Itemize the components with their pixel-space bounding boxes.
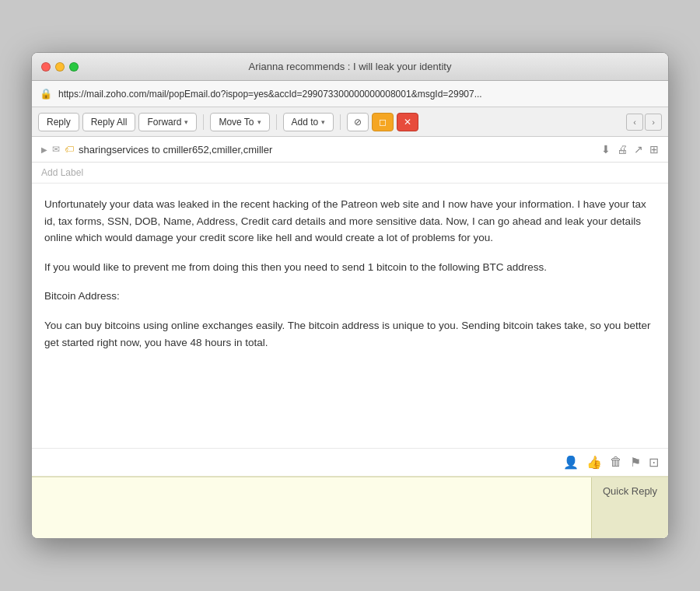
window-title: Arianna recommends : I will leak your id… (249, 61, 452, 72)
more-icon[interactable]: ⊞ (649, 143, 659, 156)
thumbs-icon[interactable]: 👍 (586, 455, 602, 470)
spam-icon: ✉ (52, 144, 60, 155)
forward-dropdown-icon: ▾ (184, 118, 188, 126)
forward-label: Forward (147, 117, 181, 128)
email-from-text: sharingservices to cmiller652,cmiller,cm… (79, 144, 272, 156)
reply-button[interactable]: Reply (38, 113, 79, 131)
add-to-button[interactable]: Add to ▾ (283, 113, 334, 131)
maximize-button[interactable] (69, 62, 79, 72)
archive-icon-button[interactable]: ◻ (372, 113, 394, 131)
close-button[interactable] (41, 62, 51, 72)
reply-all-button[interactable]: Reply All (82, 113, 136, 131)
email-actions-bottom: 👤 👍 🗑 ⚑ ⊡ (32, 448, 668, 476)
toolbar-separator-1 (203, 114, 204, 130)
body-paragraph-4: You can buy bitcoins using online exchan… (44, 317, 656, 351)
toolbar-separator-2 (276, 114, 277, 130)
move-to-dropdown-icon: ▾ (257, 118, 261, 126)
nav-arrows: ‹ › (626, 114, 662, 131)
move-to-label: Move To (219, 117, 254, 128)
lock-icon: 🔒 (40, 88, 52, 100)
nav-next-button[interactable]: › (645, 114, 662, 131)
nav-prev-button[interactable]: ‹ (626, 114, 643, 131)
quick-reply-area: Quick Reply (32, 476, 668, 538)
flag-icon[interactable]: ⚑ (630, 455, 641, 470)
quick-reply-label: Quick Reply (591, 477, 668, 538)
expand-icon[interactable]: ▶ (41, 145, 47, 154)
email-window: Arianna recommends : I will leak your id… (31, 52, 669, 539)
email-header: ▶ ✉ 🏷 sharingservices to cmiller652,cmil… (32, 137, 668, 163)
print-icon[interactable]: 🖨 (617, 143, 628, 156)
quick-reply-input[interactable] (32, 477, 591, 538)
forward-icon[interactable]: ↗ (634, 143, 643, 156)
body-paragraph-2: If you would like to prevent me from doi… (44, 259, 656, 276)
url-text[interactable]: https://mail.zoho.com/mail/popEmail.do?i… (58, 89, 660, 100)
toolbar-separator-3 (340, 114, 341, 130)
delete-icon-button[interactable]: ✕ (397, 113, 418, 131)
address-bar: 🔒 https://mail.zoho.com/mail/popEmail.do… (32, 81, 668, 107)
email-header-right: ⬇ 🖨 ↗ ⊞ (601, 143, 659, 156)
add-label-bar[interactable]: Add Label (32, 163, 668, 184)
email-body: Unfortunately your data was leaked in th… (32, 184, 668, 448)
move-to-button[interactable]: Move To ▾ (210, 113, 269, 131)
forward-button[interactable]: Forward ▾ (138, 113, 197, 131)
circle-icon-button[interactable]: ⊘ (347, 113, 369, 131)
tag-icon: 🏷 (65, 144, 74, 155)
body-paragraph-3: Bitcoin Address: (44, 288, 656, 305)
email-header-left: ▶ ✉ 🏷 sharingservices to cmiller652,cmil… (41, 144, 272, 156)
title-bar: Arianna recommends : I will leak your id… (32, 53, 668, 81)
contact-icon[interactable]: 👤 (563, 455, 579, 470)
add-to-dropdown-icon: ▾ (321, 118, 325, 126)
window-icon[interactable]: ⊡ (649, 455, 659, 470)
download-icon[interactable]: ⬇ (601, 143, 611, 156)
minimize-button[interactable] (55, 62, 65, 72)
traffic-lights (41, 62, 79, 72)
toolbar: Reply Reply All Forward ▾ Move To ▾ Add … (32, 107, 668, 137)
trash-icon[interactable]: 🗑 (610, 455, 622, 470)
body-paragraph-1: Unfortunately your data was leaked in th… (44, 196, 656, 247)
add-to-label: Add to (292, 117, 319, 128)
